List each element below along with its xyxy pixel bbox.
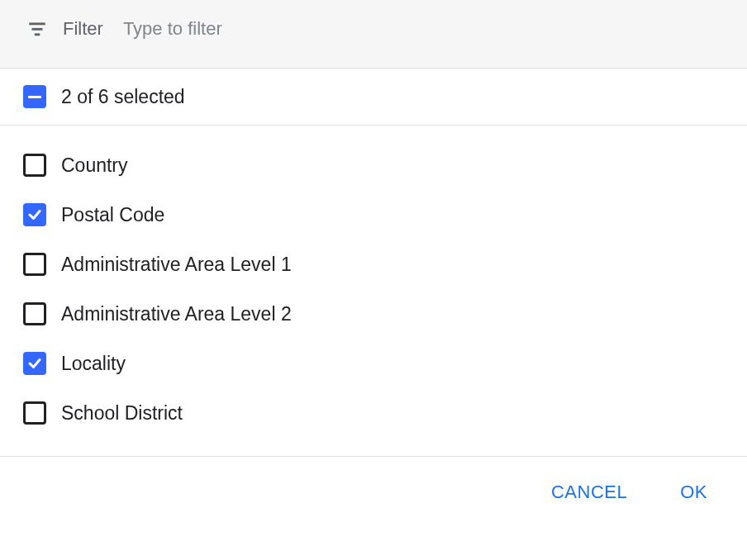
svg-rect-1 [32, 28, 43, 31]
option-label: Locality [61, 353, 126, 375]
options-list: Country Postal Code Administrative Area … [0, 126, 747, 457]
cancel-button[interactable]: CANCEL [545, 475, 634, 510]
checkbox-icon [23, 302, 46, 325]
checkbox-icon [23, 352, 46, 375]
filter-bar: Filter [0, 0, 747, 69]
checkbox-icon [23, 401, 46, 425]
select-all-row[interactable]: 2 of 6 selected [0, 69, 747, 126]
option-label: Postal Code [61, 204, 164, 226]
option-row-postal-code[interactable]: Postal Code [0, 190, 747, 240]
option-row-country[interactable]: Country [0, 140, 747, 190]
ok-button[interactable]: OK [673, 475, 714, 510]
svg-rect-2 [35, 33, 40, 36]
selection-summary: 2 of 6 selected [61, 86, 185, 108]
option-row-admin-area-2[interactable]: Administrative Area Level 2 [0, 289, 747, 339]
dialog-actions: CANCEL OK [0, 457, 747, 528]
checkbox-icon [23, 253, 46, 276]
indeterminate-checkbox-icon [23, 85, 46, 108]
checkbox-icon [23, 203, 46, 226]
option-label: Administrative Area Level 1 [61, 254, 292, 276]
filter-input[interactable] [123, 18, 721, 40]
filter-label: Filter [63, 18, 103, 40]
checkbox-icon [23, 154, 46, 177]
option-label: Administrative Area Level 2 [61, 303, 292, 325]
filter-icon [26, 18, 48, 40]
option-row-admin-area-1[interactable]: Administrative Area Level 1 [0, 240, 747, 289]
svg-rect-0 [29, 22, 45, 25]
option-row-locality[interactable]: Locality [0, 339, 747, 388]
option-label: Country [61, 154, 128, 177]
option-label: School District [61, 402, 183, 425]
option-row-school-district[interactable]: School District [0, 388, 747, 438]
